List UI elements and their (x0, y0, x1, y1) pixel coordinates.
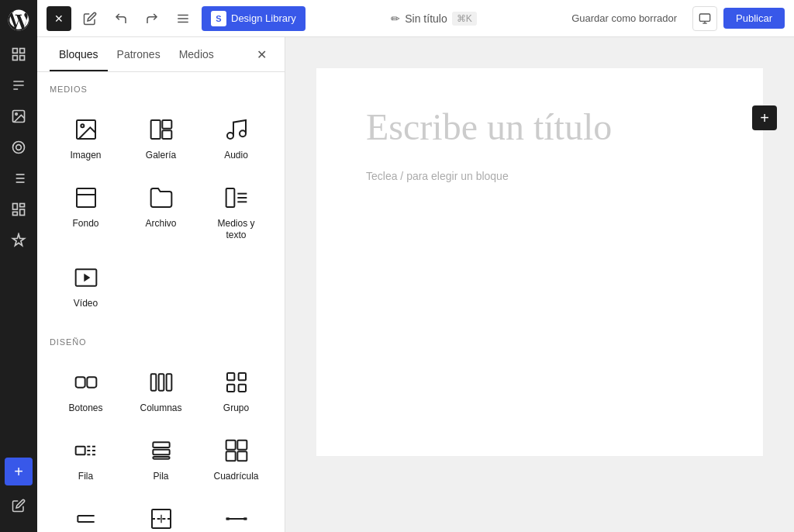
svg-rect-16 (20, 204, 25, 207)
video-label: Vídeo (74, 298, 98, 310)
galeria-label: Galería (146, 150, 176, 162)
panel-close-button[interactable]: ✕ (250, 43, 272, 65)
svg-rect-2 (20, 49, 25, 54)
redo-button[interactable] (140, 6, 164, 31)
svg-rect-56 (237, 451, 247, 461)
svg-rect-17 (20, 209, 25, 216)
fondo-label: Fondo (72, 218, 98, 230)
block-archivo[interactable]: Archivo (125, 174, 197, 251)
imagen-label: Imagen (70, 150, 101, 162)
block-placeholder[interactable]: Teclea / para elegir un bloque (366, 167, 713, 185)
block-audio[interactable]: Audio (200, 106, 272, 171)
left-toolbar: + (0, 0, 37, 532)
svg-rect-22 (699, 14, 709, 21)
video-icon (72, 264, 100, 292)
design-library-icon: S (211, 11, 226, 26)
diseno-section-label: DISEÑO (50, 337, 272, 347)
svg-rect-50 (153, 442, 169, 447)
archivo-icon (147, 184, 175, 212)
panel-tabs: Bloques Patrones Medios ✕ (37, 37, 285, 72)
edit-mode-button[interactable] (5, 492, 33, 520)
block-pila[interactable]: Pila (125, 427, 197, 492)
page-title-placeholder[interactable]: Escribe un título (366, 105, 713, 148)
circle-icon[interactable] (5, 133, 33, 161)
botones-icon (72, 368, 100, 396)
fila-icon (72, 437, 100, 465)
add-block-sidebar-button[interactable]: + (5, 458, 33, 485)
svg-rect-45 (227, 373, 234, 380)
save-draft-button[interactable]: Guardar como borrador (562, 8, 686, 29)
document-title[interactable]: ✏ Sin título ⌘K (391, 12, 477, 26)
pencil-button[interactable] (78, 6, 102, 31)
wp-logo[interactable] (5, 6, 33, 34)
list-view-icon[interactable] (5, 164, 33, 192)
main-area: ✕ S Design Library (37, 0, 794, 532)
grupo-label: Grupo (223, 402, 249, 415)
add-block-canvas-button[interactable]: + (752, 105, 777, 130)
svg-rect-41 (87, 378, 96, 388)
block-galeria[interactable]: Galería (125, 106, 197, 171)
galeria-icon (147, 116, 175, 143)
heading-icon[interactable] (5, 71, 33, 99)
tab-medios[interactable]: Medios (170, 37, 223, 71)
block-columnas[interactable]: Columnas (125, 359, 197, 424)
block-botones[interactable]: Botones (50, 359, 122, 424)
image-placeholder-icon[interactable] (5, 102, 33, 130)
cuadricula-icon (223, 437, 250, 465)
block-salto-pagina[interactable]: Salto de página (125, 496, 197, 532)
design-blocks-grid: Botones Columnas (50, 359, 272, 532)
svg-rect-18 (13, 212, 18, 215)
top-header: ✕ S Design Library (37, 0, 794, 37)
separador-icon (223, 505, 250, 532)
grupo-icon (223, 368, 250, 396)
block-separador[interactable]: Separador (200, 496, 272, 532)
svg-rect-34 (226, 188, 234, 207)
editor-canvas[interactable]: Escribe un título Teclea / para elegir u… (285, 37, 794, 532)
block-fila[interactable]: Fila (50, 427, 122, 492)
svg-rect-51 (153, 450, 169, 455)
header-center: ✏ Sin título ⌘K (312, 12, 556, 26)
header-right: Guardar como borrador Publicar (562, 6, 785, 31)
block-grupo[interactable]: Grupo (200, 359, 272, 424)
svg-rect-53 (226, 440, 235, 450)
svg-rect-54 (237, 440, 247, 450)
block-medios-texto[interactable]: Medios y texto (200, 174, 272, 251)
svg-rect-48 (238, 385, 245, 392)
close-button[interactable]: ✕ (47, 6, 71, 31)
svg-rect-15 (13, 204, 18, 210)
svg-rect-28 (162, 120, 171, 129)
columnas-icon (147, 368, 175, 396)
svg-rect-44 (166, 375, 171, 391)
svg-rect-42 (150, 375, 156, 391)
svg-rect-52 (153, 457, 169, 459)
grid-view-icon[interactable] (5, 40, 33, 68)
block-mas[interactable]: Más (50, 496, 122, 532)
svg-point-26 (81, 124, 84, 127)
sidebar-panel: Bloques Patrones Medios ✕ MEDIOS (37, 37, 285, 532)
svg-rect-27 (150, 120, 160, 139)
fondo-icon (72, 184, 100, 212)
block-video[interactable]: Vídeo (50, 254, 122, 320)
publish-button[interactable]: Publicar (723, 8, 785, 29)
tab-patrones[interactable]: Patrones (108, 37, 170, 71)
canvas-inner: Escribe un título Teclea / para elegir u… (316, 68, 763, 456)
undo-button[interactable] (109, 6, 133, 31)
design-library-button[interactable]: S Design Library (202, 6, 306, 31)
block-cuadricula[interactable]: Cuadrícula (200, 427, 272, 492)
medios-texto-label: Medios y texto (206, 218, 266, 242)
sparkle-icon[interactable] (5, 226, 33, 254)
keyboard-shortcut: ⌘K (452, 12, 477, 26)
mas-icon (72, 505, 100, 532)
pila-icon (147, 437, 175, 465)
block-imagen[interactable]: Imagen (50, 106, 122, 171)
block-fondo[interactable]: Fondo (50, 174, 122, 251)
botones-label: Botones (68, 402, 102, 415)
widget-icon[interactable] (5, 195, 33, 223)
svg-point-8 (16, 145, 22, 150)
cuadricula-label: Cuadrícula (213, 471, 258, 483)
content-area: Bloques Patrones Medios ✕ MEDIOS (37, 37, 794, 532)
preview-button[interactable] (692, 6, 717, 31)
svg-rect-43 (158, 375, 164, 391)
tab-bloques[interactable]: Bloques (50, 37, 108, 71)
menu-button[interactable] (171, 6, 195, 31)
